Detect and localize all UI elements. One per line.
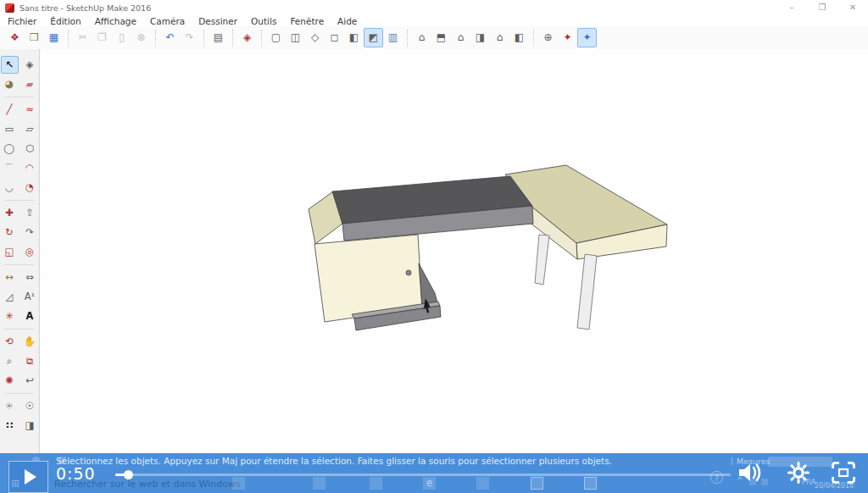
taskbar-ghost-icon xyxy=(313,477,326,490)
taskbar-ghost-icon xyxy=(423,477,436,490)
tool-dimension[interactable]: ⇔ xyxy=(21,269,39,286)
tool-three-point-arc[interactable]: ◡ xyxy=(1,179,19,197)
title-bar: Sans titre - SketchUp Make 2016 – ❐ ✕ xyxy=(0,0,868,15)
menu-edition[interactable]: Édition xyxy=(50,16,81,26)
view-back-button[interactable]: ⌂ xyxy=(490,28,509,47)
tool-3d-text[interactable]: A xyxy=(21,307,39,325)
view-top-button[interactable]: ⬒ xyxy=(431,28,451,47)
edge-ghost-icon: e xyxy=(426,477,432,489)
menu-aide[interactable]: Aide xyxy=(337,16,357,26)
tool-pie[interactable]: ◔ xyxy=(21,179,39,197)
tool-select[interactable]: ↖ xyxy=(1,56,19,74)
tool-follow-me[interactable]: ↷ xyxy=(21,224,39,241)
menu-outils[interactable]: Outils xyxy=(251,16,276,26)
tool-axes[interactable]: ✳ xyxy=(1,307,19,325)
palette-separator xyxy=(5,264,34,265)
view-front-button[interactable]: ⌂ xyxy=(451,28,470,47)
redo-button[interactable]: ↷ xyxy=(180,28,199,47)
face-style-wireframe-button[interactable]: ◇ xyxy=(305,28,325,47)
tool-paint-bucket[interactable]: ◕ xyxy=(1,75,19,93)
tool-make-component[interactable]: ◈ xyxy=(21,56,39,74)
compass-button[interactable]: ⊕ xyxy=(538,28,558,47)
face-style-shaded-button[interactable]: ◧ xyxy=(344,28,364,47)
save-button[interactable]: ▦ xyxy=(44,28,64,47)
tool-zoom[interactable]: ⌕ xyxy=(1,352,19,370)
warehouse-share-button[interactable]: ✦ xyxy=(577,28,597,47)
tool-rotate[interactable]: ↻ xyxy=(1,224,19,241)
face-style-monochrome-button[interactable]: ▥ xyxy=(383,28,403,47)
progress-bar[interactable] xyxy=(115,474,731,476)
palette-separator xyxy=(5,329,34,330)
tool-eraser[interactable]: ▰ xyxy=(21,75,39,93)
volume-button[interactable] xyxy=(739,463,765,483)
open-file-button[interactable]: ❒ xyxy=(25,28,44,47)
tool-look-around[interactable]: ☉ xyxy=(21,397,39,415)
settings-button[interactable] xyxy=(787,462,810,484)
face-style-back-edges-button[interactable]: ◫ xyxy=(286,28,305,47)
warehouse-get-button[interactable]: ✦ xyxy=(558,28,577,47)
taskbar-ghost-icon xyxy=(476,477,489,490)
drawing-canvas[interactable] xyxy=(41,49,868,493)
face-style-hidden-line-button[interactable]: ◻ xyxy=(325,28,344,47)
tool-position-camera[interactable]: ⍟ xyxy=(1,397,19,415)
palette-separator xyxy=(5,200,34,201)
tool-polygon[interactable]: ⬡ xyxy=(21,140,39,158)
menu-bar: Fichier Édition Affichage Caméra Dessine… xyxy=(0,15,868,26)
paste-button[interactable]: ▯ xyxy=(112,28,131,47)
speaker-icon xyxy=(739,464,750,481)
menu-fichier[interactable]: Fichier xyxy=(8,16,36,26)
tool-text[interactable]: A¹ xyxy=(21,288,39,306)
minimize-button[interactable]: – xyxy=(776,0,807,15)
tool-zoom-extents[interactable]: ✺ xyxy=(1,372,19,390)
tool-arc[interactable]: ⌒ xyxy=(1,159,19,177)
cut-button[interactable]: ✂ xyxy=(73,28,92,47)
tool-zoom-window[interactable]: ⧉ xyxy=(21,352,39,370)
model-info-button[interactable]: ◈ xyxy=(237,28,257,47)
volume-wave-icon xyxy=(754,468,755,478)
tool-zoom-previous[interactable]: ↩ xyxy=(21,372,39,390)
tool-two-point-arc[interactable]: ◠ xyxy=(21,159,39,177)
tool-tape-measure[interactable]: ↔ xyxy=(1,269,19,286)
video-player-overlay: ⊞ Rechercher sur le web et dans Windows … xyxy=(0,453,868,493)
menu-affichage[interactable]: Affichage xyxy=(95,16,136,26)
tool-protractor[interactable]: ◿ xyxy=(1,288,19,306)
tool-circle[interactable]: ◯ xyxy=(1,140,19,158)
tool-line[interactable]: ╱ xyxy=(1,101,19,119)
face-style-xray-button[interactable]: ▢ xyxy=(266,28,286,47)
taskbar-ghost-icon xyxy=(232,477,245,490)
tool-scale[interactable]: ◱ xyxy=(1,243,19,261)
tool-rectangle[interactable]: ▭ xyxy=(1,120,19,138)
sketchup-logo-icon xyxy=(5,3,14,13)
progress-handle[interactable] xyxy=(124,470,133,479)
tool-push-pull[interactable]: ⇧ xyxy=(21,204,39,222)
tool-rotated-rectangle[interactable]: ▱ xyxy=(21,120,39,138)
print-button[interactable]: ▤ xyxy=(209,28,228,47)
tool-section-plane[interactable]: ◨ xyxy=(21,417,39,435)
tool-orbit[interactable]: ⟲ xyxy=(1,333,19,351)
tool-move[interactable]: ✚ xyxy=(1,204,19,222)
play-button[interactable] xyxy=(8,461,48,493)
menu-camera[interactable]: Caméra xyxy=(150,16,185,26)
menu-fenetre[interactable]: Fenêtre xyxy=(290,16,324,26)
face-style-shaded-textures-button[interactable]: ◩ xyxy=(364,28,383,47)
tool-freehand[interactable]: ≈ xyxy=(21,101,39,119)
menu-dessiner[interactable]: Dessiner xyxy=(198,16,237,26)
view-left-button[interactable]: ◧ xyxy=(509,28,529,47)
taskbar-ghost-icon-open xyxy=(584,477,597,490)
tool-pan[interactable]: ✋ xyxy=(21,333,39,351)
gear-icon xyxy=(789,463,809,483)
toolbar-separator xyxy=(203,30,204,47)
copy-button[interactable]: ❐ xyxy=(92,28,112,47)
fullscreen-icon xyxy=(833,463,854,483)
tool-offset[interactable]: ◎ xyxy=(21,243,39,261)
maximize-button[interactable]: ❐ xyxy=(807,0,837,15)
view-right-button[interactable]: ◨ xyxy=(470,28,490,47)
new-file-button[interactable]: ❖ xyxy=(5,28,25,47)
toolbar-separator xyxy=(533,30,534,47)
fullscreen-button[interactable] xyxy=(832,462,855,484)
undo-button[interactable]: ↶ xyxy=(160,28,180,47)
erase-button[interactable]: ⊗ xyxy=(131,28,151,47)
close-button[interactable]: ✕ xyxy=(837,0,868,15)
view-iso-button[interactable]: ⌂ xyxy=(412,28,431,47)
tool-walk[interactable]: ∷ xyxy=(1,417,19,435)
